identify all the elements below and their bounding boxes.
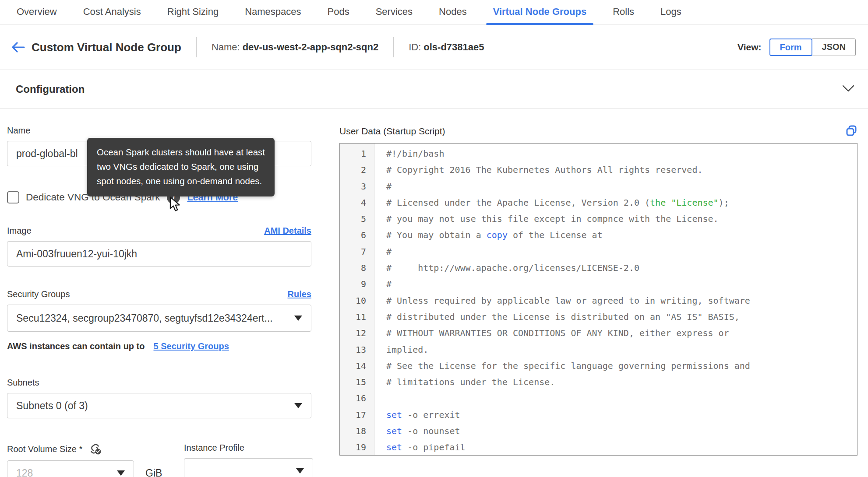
link-check-icon[interactable] bbox=[88, 443, 102, 455]
dedicate-vng-checkbox[interactable] bbox=[7, 191, 19, 203]
user-data-label: User Data (Startup Script) bbox=[339, 126, 445, 137]
instance-profile-dropdown[interactable] bbox=[184, 458, 313, 477]
tab-right-sizing[interactable]: Right Sizing bbox=[166, 0, 219, 25]
tab-namespaces[interactable]: Namespaces bbox=[244, 0, 302, 25]
code-line: 3# bbox=[340, 179, 857, 195]
code-text: # Unless required by applicable law or a… bbox=[375, 293, 750, 309]
line-number: 1 bbox=[340, 146, 375, 162]
line-number: 8 bbox=[340, 260, 375, 276]
divider bbox=[393, 37, 394, 57]
subnets-dropdown[interactable]: Subnets 0 (of 3) bbox=[7, 393, 311, 418]
code-line: 18set -o nounset bbox=[340, 423, 857, 439]
code-line: 5# you may not use this file except in c… bbox=[340, 211, 857, 227]
code-text: # Copyright 2016 The Kubernetes Authors … bbox=[375, 162, 702, 178]
code-text: # you may not use this file except in co… bbox=[375, 211, 719, 227]
copy-icon[interactable] bbox=[845, 125, 857, 138]
instance-profile-field-group: Instance Profile bbox=[184, 443, 313, 477]
line-number: 16 bbox=[340, 390, 375, 407]
image-label: Image bbox=[7, 226, 32, 236]
code-text: # distributed under the License is distr… bbox=[375, 309, 740, 325]
tab-nodes[interactable]: Nodes bbox=[438, 0, 468, 25]
subnets-label: Subnets bbox=[7, 378, 311, 388]
code-line: 11# distributed under the License is dis… bbox=[340, 309, 857, 325]
tab-overview[interactable]: Overview bbox=[16, 0, 58, 25]
line-number: 15 bbox=[340, 374, 375, 390]
security-groups-label: Security Groups bbox=[7, 289, 70, 299]
vng-id: ID:ols-d7381ae5 bbox=[409, 42, 484, 53]
tab-cost-analysis[interactable]: Cost Analysis bbox=[82, 0, 142, 25]
line-number: 2 bbox=[340, 162, 375, 178]
vng-id-value: ols-d7381ae5 bbox=[423, 42, 484, 53]
code-line: 9# bbox=[340, 276, 857, 292]
tab-pods[interactable]: Pods bbox=[327, 0, 350, 25]
configuration-section-header[interactable]: Configuration bbox=[0, 70, 868, 109]
ami-details-link[interactable]: AMI Details bbox=[264, 226, 311, 236]
root-volume-placeholder: 128 bbox=[16, 467, 33, 477]
tab-rolls[interactable]: Rolls bbox=[612, 0, 635, 25]
configuration-title: Configuration bbox=[16, 83, 85, 95]
chevron-down-icon[interactable] bbox=[842, 84, 855, 94]
tab-services[interactable]: Services bbox=[375, 0, 413, 25]
code-line: 14# See the License for the specific lan… bbox=[340, 358, 857, 374]
code-line: 12# WITHOUT WARRANTIES OR CONDITIONS OF … bbox=[340, 325, 857, 341]
root-volume-size-dropdown[interactable]: 128 bbox=[7, 460, 134, 477]
page-title: Custom Virtual Node Group bbox=[32, 41, 181, 54]
code-text bbox=[375, 390, 386, 407]
mouse-cursor bbox=[168, 196, 183, 212]
root-volume-field-group: Root Volume Size * 128 GiB bbox=[7, 443, 178, 477]
code-line: 4# Licensed under the Apache License, Ve… bbox=[340, 195, 857, 211]
tab-logs[interactable]: Logs bbox=[660, 0, 682, 25]
code-text: # WITHOUT WARRANTIES OR CONDITIONS OF AN… bbox=[375, 325, 729, 341]
caret-down-icon bbox=[296, 468, 304, 473]
code-line: 19set -o pipefail bbox=[340, 439, 857, 456]
code-text: # Licensed under the Apache License, Ver… bbox=[375, 195, 729, 211]
name-field-group: Name prod-global-bl Ocean Spark clusters… bbox=[7, 126, 311, 166]
code-line: 17set -o errexit bbox=[340, 407, 857, 423]
top-navigation: Overview Cost Analysis Right Sizing Name… bbox=[0, 0, 868, 25]
image-input[interactable]: Ami-003fruuen12-yui-10jkh bbox=[7, 241, 311, 267]
vng-name-label: Name: bbox=[212, 42, 240, 53]
security-groups-dropdown[interactable]: Secu12324, secgroup23470870, segtuyfsd12… bbox=[7, 305, 311, 332]
code-line: 1#!/bin/bash bbox=[340, 146, 857, 162]
gib-unit-label: GiB bbox=[145, 467, 162, 477]
user-data-code-editor[interactable]: 1#!/bin/bash2# Copyright 2016 The Kubern… bbox=[339, 143, 857, 456]
image-field-group: Image AMI Details Ami-003fruuen12-yui-10… bbox=[7, 226, 311, 267]
line-number: 13 bbox=[340, 342, 375, 358]
code-line: 8# http://www.apache.org/licenses/LICENS… bbox=[340, 260, 857, 276]
subnets-value: Subnets 0 (of 3) bbox=[16, 400, 88, 412]
line-number: 4 bbox=[340, 195, 375, 211]
line-number: 18 bbox=[340, 423, 375, 439]
tab-virtual-node-groups[interactable]: Virtual Node Groups bbox=[492, 0, 588, 25]
code-text: # limitations under the License. bbox=[375, 374, 555, 390]
code-line: 7# bbox=[340, 244, 857, 260]
line-number: 6 bbox=[340, 227, 375, 243]
code-text: set -o nounset bbox=[375, 423, 460, 439]
five-security-groups-link[interactable]: 5 Security Groups bbox=[154, 341, 229, 351]
vng-name: Name:dev-us-west-2-app-sqn2-sqn2 bbox=[212, 42, 378, 53]
line-number: 10 bbox=[340, 293, 375, 309]
code-line: 15# limitations under the License. bbox=[340, 374, 857, 390]
security-groups-field-group: Security Groups Rules Secu12324, secgrou… bbox=[7, 289, 311, 351]
ocean-spark-tooltip: Ocean Spark clusters should have at leas… bbox=[87, 138, 275, 196]
line-number: 19 bbox=[340, 439, 375, 456]
name-label: Name bbox=[7, 126, 311, 136]
instance-profile-label: Instance Profile bbox=[184, 443, 313, 453]
form-view-button[interactable]: Form bbox=[769, 39, 812, 56]
configuration-form: Name prod-global-bl Ocean Spark clusters… bbox=[0, 109, 868, 477]
code-text: # bbox=[375, 276, 392, 292]
rules-link[interactable]: Rules bbox=[288, 289, 311, 299]
view-label: View: bbox=[737, 42, 761, 53]
line-number: 7 bbox=[340, 244, 375, 260]
line-number: 17 bbox=[340, 407, 375, 423]
line-number: 3 bbox=[340, 179, 375, 195]
line-number: 5 bbox=[340, 211, 375, 227]
code-text: #!/bin/bash bbox=[375, 146, 444, 162]
user-data-panel: User Data (Startup Script) 1#!/bin/bash2… bbox=[339, 126, 857, 477]
back-arrow-icon[interactable] bbox=[11, 40, 27, 55]
caret-down-icon bbox=[117, 470, 125, 476]
page-header: Custom Virtual Node Group Name:dev-us-we… bbox=[0, 25, 868, 70]
line-number: 12 bbox=[340, 325, 375, 341]
code-line: 16 bbox=[340, 390, 857, 407]
vng-name-value: dev-us-west-2-app-sqn2-sqn2 bbox=[243, 42, 379, 53]
json-view-button[interactable]: JSON bbox=[812, 39, 856, 56]
